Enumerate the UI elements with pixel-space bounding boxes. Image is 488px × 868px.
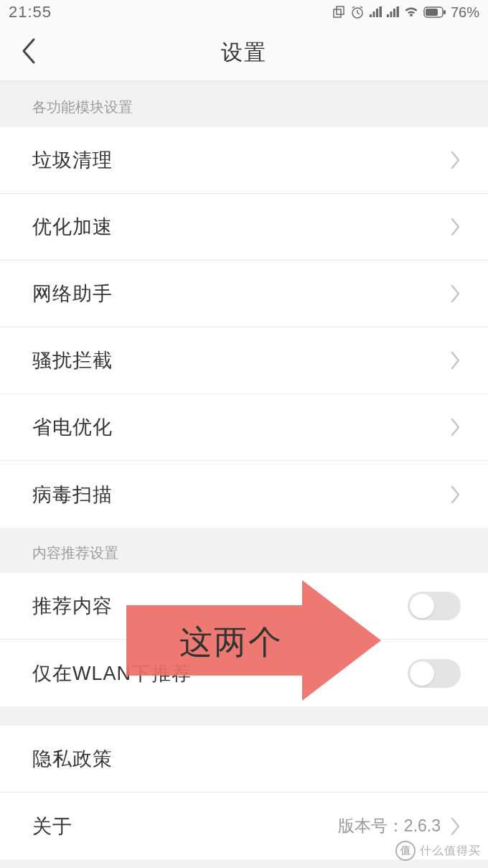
alarm-icon (350, 5, 365, 19)
row-right: 版本号：2.6.3 (338, 815, 461, 837)
svg-line-5 (352, 6, 355, 8)
watermark-badge: 值 (395, 841, 416, 861)
row-label: 垃圾清理 (32, 147, 113, 173)
toggle-recommend-content[interactable] (408, 592, 461, 620)
svg-rect-9 (426, 9, 438, 16)
header: 设置 (0, 24, 488, 82)
row-network-assistant[interactable]: 网络助手 (0, 261, 488, 327)
chevron-right-icon (451, 218, 461, 236)
battery-icon (423, 6, 446, 18)
row-label: 推荐内容 (32, 593, 113, 619)
row-label: 优化加速 (32, 214, 113, 240)
status-indicators: 76% (332, 4, 479, 21)
signal-icon-1 (369, 6, 382, 19)
wifi-icon (403, 6, 419, 19)
chevron-right-icon (451, 418, 461, 437)
row-label: 关于 (32, 813, 72, 839)
signal-icon-2 (386, 6, 399, 19)
row-power-save[interactable]: 省电优化 (0, 394, 488, 461)
row-label: 仅在WLAN下推荐 (32, 661, 192, 686)
version-value: 版本号：2.6.3 (338, 815, 441, 837)
toggle-knob (410, 661, 434, 686)
row-label: 网络助手 (32, 281, 113, 307)
chevron-right-icon (451, 485, 461, 504)
row-virus-scan[interactable]: 病毒扫描 (0, 461, 488, 528)
section-header-recommend: 内容推荐设置 (0, 528, 488, 573)
clone-icon (332, 5, 346, 19)
row-label: 隐私政策 (32, 746, 113, 772)
toggle-wlan-only[interactable] (408, 659, 461, 688)
status-time: 21:55 (9, 3, 52, 22)
chevron-right-icon (451, 817, 461, 836)
row-wlan-only[interactable]: 仅在WLAN下推荐 (0, 640, 488, 706)
recommend-list: 推荐内容 仅在WLAN下推荐 (0, 573, 488, 706)
row-optimize-speed[interactable]: 优化加速 (0, 194, 488, 261)
row-label: 病毒扫描 (32, 482, 113, 508)
row-privacy-policy[interactable]: 隐私政策 (0, 726, 488, 793)
status-bar: 21:55 76% (0, 0, 488, 24)
watermark-text: 什么值得买 (420, 844, 481, 859)
section-header-modules: 各功能模块设置 (0, 82, 488, 127)
battery-percent: 76% (451, 4, 479, 21)
misc-list: 隐私政策 关于 版本号：2.6.3 (0, 726, 488, 859)
page-title: 设置 (0, 38, 488, 67)
svg-rect-8 (444, 10, 446, 14)
back-button[interactable] (20, 37, 36, 67)
row-recommend-content[interactable]: 推荐内容 (0, 573, 488, 640)
row-label: 省电优化 (32, 414, 113, 440)
chevron-right-icon (451, 151, 461, 169)
svg-rect-1 (337, 6, 344, 14)
chevron-right-icon (451, 351, 461, 370)
chevron-right-icon (451, 284, 461, 303)
modules-list: 垃圾清理 优化加速 网络助手 骚扰拦截 省电优化 病毒扫描 (0, 127, 488, 528)
svg-line-4 (357, 13, 360, 14)
row-label: 骚扰拦截 (32, 347, 113, 373)
watermark: 值 什么值得买 (395, 841, 481, 861)
svg-line-6 (360, 6, 362, 8)
toggle-knob (410, 594, 434, 618)
svg-rect-0 (334, 9, 341, 17)
row-trash-clean[interactable]: 垃圾清理 (0, 127, 488, 194)
row-spam-block[interactable]: 骚扰拦截 (0, 327, 488, 394)
section-gap (0, 706, 488, 726)
